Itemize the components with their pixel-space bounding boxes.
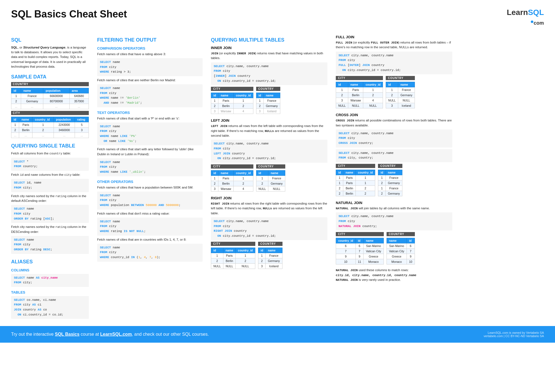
full-join-tables: CITY idnamecountry_id 1Paris1 2Berlin2 3… xyxy=(336,76,452,110)
code-text-1: SELECT name FROM city WHERE name LIKE 'P… xyxy=(97,123,203,145)
city-full-table: idnamecountry_id 1Paris1 2Berlin2 3Warsa… xyxy=(336,82,383,108)
code-comp-2: SELECT name FROM city WHERE name != 'Ber… xyxy=(97,84,203,107)
city-cross-table: idnamecountry_id 1Paris1 1Paris1 2Berlin… xyxy=(336,170,375,196)
query-desc-4: Fetch city names sorted by the rating co… xyxy=(11,225,89,234)
country-cross-label: COUNTRY xyxy=(378,164,402,168)
natural-join-desc: NATURAL JOIN will join tables by all col… xyxy=(336,206,452,211)
text-desc-2: Fetch names of cities that start with an… xyxy=(97,147,203,157)
country-join-label: COUNTRY xyxy=(256,87,281,91)
querying-multi-title: QUERYING MULTIPLE TABLES xyxy=(211,37,327,43)
col-name: name xyxy=(21,88,43,93)
city-right-table: idnamecountry_id 1Paris1 2Berlin2 NULLNU… xyxy=(211,248,255,269)
natural-join-split: CITY country_ididname 66San Marino 77Vat… xyxy=(336,232,452,266)
city-join-label: CITY xyxy=(211,87,253,91)
full-join-sub: FULL JOIN xyxy=(336,35,452,39)
country-full-table: idname 1France 2Germany NULLNULL 3Icelan… xyxy=(386,82,415,108)
country-left-table: idname 1France 2Germany NULLNULL xyxy=(256,170,285,192)
city-natural-table: country_ididname 66San Marino 77Vatican … xyxy=(336,238,384,264)
left-join-sub: LEFT JOIN xyxy=(211,118,327,123)
other-desc-3: Fetch names of cities that are in countr… xyxy=(97,237,203,242)
footer-link-learnsql[interactable]: LearnSQL.com xyxy=(100,332,132,337)
footer-link-sql-basics[interactable]: SQL Basics xyxy=(55,332,80,337)
logo-com: com xyxy=(534,20,544,26)
main-columns: SQL SQL, or Structured Query Language, i… xyxy=(11,32,544,320)
code-other-3: SELECT name FROM city WHERE country_id I… xyxy=(97,244,203,262)
columns-sub: COLUMNS xyxy=(11,268,89,272)
code-alias-col: SELECT name AS city_name FROM city; xyxy=(11,274,89,287)
city-join-group: CITY idnamecountry_id 1Paris1 2Berlin2 3… xyxy=(211,87,253,116)
right-join-tables: CITY idnamecountry_id 1Paris1 2Berlin2 N… xyxy=(211,242,327,271)
page: SQL Basics Cheat Sheet LearnSQL •com SQL… xyxy=(0,0,555,320)
code-inner-join: SELECT city.name, country.name FROM city… xyxy=(211,62,327,85)
city-left-table: idnamecountry_id 1Paris1 2Berlin2 3Warsa… xyxy=(211,170,253,192)
cross-join-desc: CROSS JOIN returns all possible combinat… xyxy=(336,118,452,128)
code-select-id-name: SELECT id, name FROM city; xyxy=(11,179,89,192)
country-cross-group: COUNTRY idname 1France 2Germany 1France … xyxy=(378,164,402,198)
city-join-table: idnamecountry_id 1Paris1 2Berlin2 3Warsa… xyxy=(211,93,253,114)
table-row: ............ xyxy=(11,104,89,109)
city-table: id name country_id population rating 1Pa… xyxy=(11,117,89,138)
code-other-1: SELECT name FROM city WHERE population B… xyxy=(97,192,203,210)
city-full-label: CITY xyxy=(336,76,383,80)
footer: Try out the interactive SQL Basics cours… xyxy=(0,326,555,343)
filtering-title: FILTERING THE OUTPUT xyxy=(97,37,203,43)
query-desc-1: Fetch all columns from the country table… xyxy=(11,151,89,156)
city-table-wrapper: CITY id name country_id population ratin… xyxy=(11,111,89,138)
country-label: COUNTRY xyxy=(11,82,89,86)
code-left-join: SELECT city.name, country.name FROM city… xyxy=(211,140,327,162)
header: SQL Basics Cheat Sheet LearnSQL •com xyxy=(11,8,544,27)
code-cross-2: SELECT city.name, country.name FROM city… xyxy=(336,149,452,162)
querying-single-title: QUERYING SINGLE TABLE xyxy=(11,143,89,149)
city-left-label: CITY xyxy=(211,164,253,169)
other-desc-2: Fetch names of cities that don't miss a … xyxy=(97,211,203,216)
tables-sub: TABLES xyxy=(11,290,89,294)
city-right-label: CITY xyxy=(211,242,255,246)
country-left-label: COUNTRY xyxy=(256,164,285,169)
code-select-all: SELECT * FROM country; xyxy=(11,158,89,171)
other-desc-1: Fetch names of cities that have a popula… xyxy=(97,185,203,190)
city-right-group: CITY idnamecountry_id 1Paris1 2Berlin2 N… xyxy=(211,242,255,271)
query-desc-3: Fetch city names sorted by the rating co… xyxy=(11,194,89,203)
col-id: id xyxy=(11,88,21,93)
comp-desc-2: Fetch names of cities that are neither B… xyxy=(97,78,203,83)
code-other-2: SELECT name FROM city WHERE rating IS NO… xyxy=(97,218,203,236)
footer-right-line1: LearnSQL.com is owned by Vertabelo SA xyxy=(484,331,544,334)
country-join-table: idname 1France 2Germany 3Iceland xyxy=(256,93,281,114)
text-desc-1: Fetch names of cities that start with a … xyxy=(97,116,203,121)
main-title: SQL Basics Cheat Sheet xyxy=(11,8,127,20)
sql-description: SQL, or Structured Query Language, is a … xyxy=(11,45,89,69)
cross-join-tables: CITY idnamecountry_id 1Paris1 1Paris1 2B… xyxy=(336,164,452,198)
column-3: QUERYING MULTIPLE TABLES INNER JOIN JOIN… xyxy=(211,32,327,320)
table-row: 1France66600000640680 xyxy=(11,93,89,99)
code-order-desc: SELECT name FROM city ORDER BY rating DE… xyxy=(11,236,89,254)
footer-right-line2: vertabelo.com | CC BY-NC-ND Vertabelo SA xyxy=(484,334,544,338)
text-ops-sub: TEXT OPERATORS xyxy=(97,111,203,115)
table-row: 2Germany80700000357000 xyxy=(11,99,89,104)
city-natural-group: CITY country_ididname 66San Marino 77Vat… xyxy=(336,232,384,266)
logo: LearnSQL •com xyxy=(507,8,544,27)
col-population: population xyxy=(54,117,75,122)
footer-text: Try out the interactive SQL Basics cours… xyxy=(11,332,209,337)
country-right-table: idname 1France 2Germany 3Iceland xyxy=(258,248,282,269)
code-right-join: SELECT city.name, country.name FROM city… xyxy=(211,217,327,240)
code-alias-table: SELECT co.name, ci.name FROM city AS ci … xyxy=(11,296,89,319)
natural-join-tables: CITY country_ididname 66San Marino 77Vat… xyxy=(336,232,452,266)
country-table-wrapper: COUNTRY id name population area 1France6… xyxy=(11,82,89,109)
column-4: FULL JOIN FULL JOIN (or explicitly FULL … xyxy=(336,32,452,320)
natural-join-used: NATURAL JOIN used these columns to match… xyxy=(336,268,452,282)
logo-learn: Learn xyxy=(507,8,528,17)
col-name: name xyxy=(19,117,32,122)
query-desc-2: Fetch id and name columns from the city … xyxy=(11,172,89,177)
right-join-sub: RIGHT JOIN xyxy=(211,196,327,200)
inner-join-sub: INNER JOIN xyxy=(211,46,327,50)
city-cross-group: CITY idnamecountry_id 1Paris1 1Paris1 2B… xyxy=(336,164,375,198)
country-natural-group: COUNTRY nameid San Marino6 Vatican City7… xyxy=(387,232,415,266)
country-cross-table: idname 1France 2Germany 1France 2Germany xyxy=(378,170,402,196)
code-full-join: SELECT city.name, country.name FROM city… xyxy=(336,52,452,74)
country-right-label: COUNTRY xyxy=(258,242,282,246)
aliases-title: ALIASES xyxy=(11,259,89,265)
country-full-group: COUNTRY idname 1France 2Germany NULLNULL… xyxy=(386,76,415,110)
country-left-group: COUNTRY idname 1France 2Germany NULLNULL xyxy=(256,164,285,193)
city-left-group: CITY idnamecountry_id 1Paris1 2Berlin2 3… xyxy=(211,164,253,193)
code-cross-1: SELECT city.name, country.name FROM city… xyxy=(336,129,452,147)
